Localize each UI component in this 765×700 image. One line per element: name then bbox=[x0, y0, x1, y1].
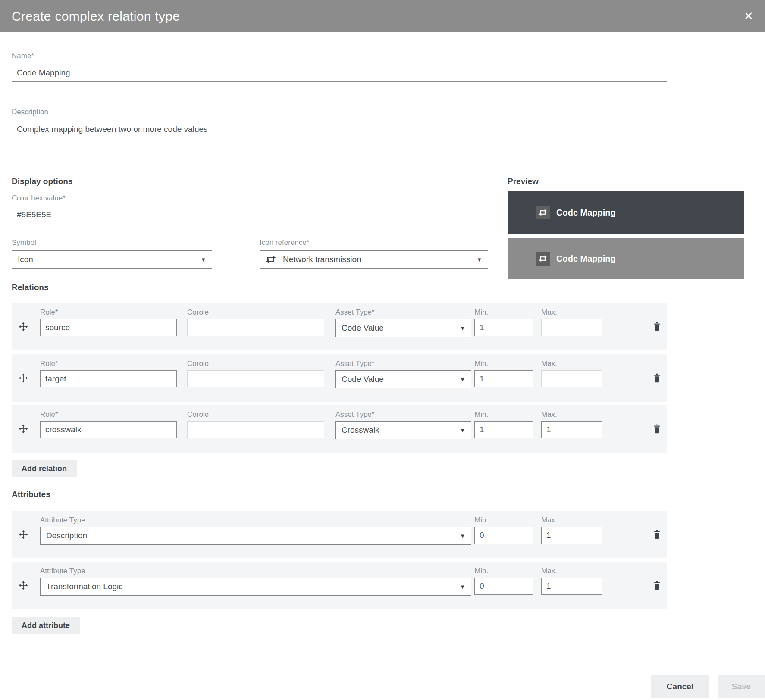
display-options-heading: Display options bbox=[12, 177, 72, 186]
attribute-type-label: Attribute Type bbox=[40, 516, 471, 525]
add-attribute-button[interactable]: Add attribute bbox=[12, 617, 80, 634]
min-label: Min. bbox=[474, 410, 533, 419]
preview-tile-dark: Code Mapping bbox=[508, 191, 744, 234]
asset-type-value: Code Value bbox=[342, 375, 384, 384]
drag-handle-icon[interactable] bbox=[19, 424, 29, 434]
network-transmission-icon bbox=[266, 254, 276, 265]
corole-input[interactable] bbox=[187, 421, 324, 438]
preview-tile-label: Code Mapping bbox=[556, 208, 616, 218]
name-label: Name* bbox=[12, 52, 34, 60]
role-input[interactable] bbox=[40, 319, 177, 336]
role-label: Role* bbox=[40, 410, 177, 419]
relation-row: Role* Corole Asset Type* Code Value ▼ Mi… bbox=[12, 303, 667, 350]
asset-type-label: Asset Type* bbox=[335, 308, 471, 317]
symbol-value: Icon bbox=[18, 255, 33, 264]
network-transmission-icon bbox=[536, 206, 550, 219]
drag-handle-icon[interactable] bbox=[19, 322, 29, 332]
corole-input[interactable] bbox=[187, 370, 324, 388]
corole-input[interactable] bbox=[187, 319, 324, 336]
description-textarea[interactable]: Complex mapping between two or more code… bbox=[12, 120, 667, 160]
name-input[interactable] bbox=[12, 64, 667, 82]
chevron-down-icon: ▼ bbox=[460, 533, 465, 539]
chevron-down-icon: ▼ bbox=[460, 325, 465, 331]
preview-heading: Preview bbox=[508, 177, 539, 186]
icon-reference-select[interactable]: Network transmission ▼ bbox=[260, 250, 488, 269]
min-label: Min. bbox=[474, 308, 533, 317]
attribute-type-select[interactable]: Description ▼ bbox=[40, 527, 471, 545]
trash-icon bbox=[653, 373, 661, 383]
max-label: Max. bbox=[541, 308, 602, 317]
max-input[interactable] bbox=[541, 578, 602, 595]
min-label: Min. bbox=[474, 567, 533, 575]
add-relation-button[interactable]: Add relation bbox=[12, 460, 77, 477]
corole-label: Corole bbox=[187, 410, 324, 419]
role-input[interactable] bbox=[40, 370, 177, 388]
drag-handle-icon[interactable] bbox=[19, 580, 29, 591]
max-label: Max. bbox=[541, 516, 602, 525]
max-input[interactable] bbox=[541, 421, 602, 438]
chevron-down-icon: ▼ bbox=[477, 257, 482, 262]
role-label: Role* bbox=[40, 308, 177, 317]
modal-header: Create complex relation type ✕ bbox=[0, 0, 765, 32]
delete-row-button[interactable] bbox=[651, 528, 663, 541]
attribute-type-label: Attribute Type bbox=[40, 567, 471, 575]
delete-row-button[interactable] bbox=[651, 579, 663, 591]
attribute-type-value: Transformation Logic bbox=[46, 582, 123, 591]
symbol-label: Symbol bbox=[12, 238, 36, 247]
min-input[interactable] bbox=[474, 421, 533, 438]
asset-type-value: Crosswalk bbox=[342, 425, 379, 435]
attribute-type-value: Description bbox=[46, 531, 87, 541]
attribute-row: Attribute Type Description ▼ Min. Max. bbox=[12, 511, 667, 558]
max-input[interactable] bbox=[541, 527, 602, 544]
preview-tile-gray: Code Mapping bbox=[508, 238, 744, 279]
trash-icon bbox=[653, 581, 661, 590]
max-input[interactable] bbox=[541, 370, 602, 388]
drag-handle-icon[interactable] bbox=[19, 529, 29, 540]
save-button[interactable]: Save bbox=[718, 675, 765, 698]
asset-type-select[interactable]: Code Value ▼ bbox=[335, 319, 471, 337]
relation-row: Role* Corole Asset Type* Crosswalk ▼ Min… bbox=[12, 405, 667, 453]
symbol-select[interactable]: Icon ▼ bbox=[12, 250, 212, 269]
max-label: Max. bbox=[541, 567, 602, 575]
close-icon: ✕ bbox=[744, 9, 753, 23]
icon-reference-value: Network transmission bbox=[283, 255, 361, 264]
preview-tile-label: Code Mapping bbox=[556, 254, 616, 264]
network-transmission-icon bbox=[536, 252, 550, 266]
min-label: Min. bbox=[474, 359, 533, 368]
chevron-down-icon: ▼ bbox=[460, 428, 465, 433]
min-input[interactable] bbox=[474, 370, 533, 388]
color-hex-label: Color hex value* bbox=[12, 194, 66, 203]
min-input[interactable] bbox=[474, 578, 533, 595]
chevron-down-icon: ▼ bbox=[201, 257, 206, 262]
max-input[interactable] bbox=[541, 319, 602, 336]
delete-row-button[interactable] bbox=[651, 321, 663, 333]
trash-icon bbox=[653, 322, 661, 331]
delete-row-button[interactable] bbox=[651, 372, 663, 384]
icon-reference-label: Icon reference* bbox=[260, 238, 309, 247]
close-button[interactable]: ✕ bbox=[739, 0, 758, 32]
relation-row: Role* Corole Asset Type* Code Value ▼ Mi… bbox=[12, 354, 667, 402]
attribute-row: Attribute Type Transformation Logic ▼ Mi… bbox=[12, 562, 667, 609]
min-label: Min. bbox=[474, 516, 533, 525]
relations-heading: Relations bbox=[12, 283, 49, 292]
trash-icon bbox=[653, 424, 661, 434]
cancel-button[interactable]: Cancel bbox=[651, 675, 709, 698]
drag-handle-icon[interactable] bbox=[19, 373, 29, 383]
description-label: Description bbox=[12, 108, 48, 116]
asset-type-label: Asset Type* bbox=[335, 359, 471, 368]
role-input[interactable] bbox=[40, 421, 177, 438]
asset-type-value: Code Value bbox=[342, 323, 384, 333]
corole-label: Corole bbox=[187, 359, 324, 368]
chevron-down-icon: ▼ bbox=[460, 377, 465, 382]
min-input[interactable] bbox=[474, 319, 533, 336]
color-hex-input[interactable] bbox=[12, 206, 212, 223]
corole-label: Corole bbox=[187, 308, 324, 317]
attributes-heading: Attributes bbox=[12, 490, 50, 499]
asset-type-select[interactable]: Code Value ▼ bbox=[335, 370, 471, 388]
delete-row-button[interactable] bbox=[651, 423, 663, 435]
modal-title: Create complex relation type bbox=[0, 9, 180, 24]
min-input[interactable] bbox=[474, 527, 533, 544]
attribute-type-select[interactable]: Transformation Logic ▼ bbox=[40, 578, 471, 596]
asset-type-select[interactable]: Crosswalk ▼ bbox=[335, 421, 471, 439]
max-label: Max. bbox=[541, 359, 602, 368]
